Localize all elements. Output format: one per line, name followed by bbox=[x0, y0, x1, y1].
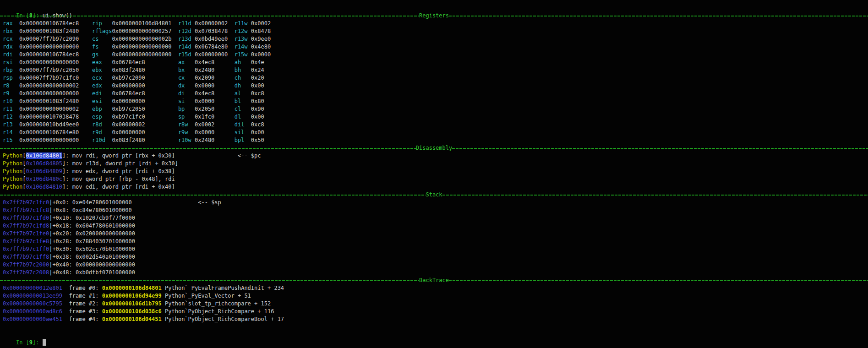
register-name: cx bbox=[178, 74, 195, 82]
register-name: al bbox=[235, 90, 251, 98]
backtrace-row: 0x00000000000c5795frame #2: 0x0000000106… bbox=[0, 300, 868, 308]
register-value: 0x00000000 bbox=[195, 51, 235, 59]
frame-label: frame #3: bbox=[69, 308, 102, 315]
register-value: 0x0000000106784e80 bbox=[19, 129, 92, 136]
register-value: 0x06784ec8 bbox=[112, 59, 178, 66]
register-name: r12d bbox=[178, 27, 195, 35]
instruction-address: 0x106d84810 bbox=[26, 184, 62, 190]
stack-row: 0x7ff7b97c1ff8|+0x38: 0x002d540a01000000 bbox=[0, 253, 868, 261]
stack-address: 0x7ff7b97c1ff0 bbox=[3, 246, 49, 252]
register-value: 0x00000001083f2480 bbox=[19, 98, 92, 105]
register-value: 0x0000 bbox=[251, 51, 271, 58]
frame-label: frame #4: bbox=[69, 316, 102, 322]
stack-value: |+0x0: 0xe04e780601000000 bbox=[49, 199, 132, 206]
register-row: rdx0x0000000000000000fs0x000000000000000… bbox=[0, 43, 868, 51]
bracket: [ bbox=[22, 152, 26, 159]
text-cursor[interactable] bbox=[43, 339, 46, 346]
bracket: [ bbox=[22, 160, 26, 167]
bracket: ]: bbox=[62, 152, 72, 159]
register-row: r140x0000000106784e80r9d0x00000000r9w0x0… bbox=[0, 129, 868, 136]
frame-label: frame #2: bbox=[69, 300, 102, 307]
sp-marker: <-- $sp bbox=[198, 199, 221, 207]
register-name: fs bbox=[92, 43, 112, 51]
register-value: 0x083f2480 bbox=[112, 136, 178, 144]
register-name: r9d bbox=[92, 129, 112, 136]
frame-function: Python`slot_tp_richcompare + 152 bbox=[162, 300, 271, 307]
module-name: Python bbox=[3, 160, 22, 167]
register-name: r14w bbox=[235, 43, 251, 51]
register-value: 0x000000010bd49ee0 bbox=[19, 121, 92, 129]
stack-address: 0x7ff7b97c1fc8 bbox=[3, 207, 49, 213]
prompt-suffix: ]: bbox=[33, 339, 39, 346]
backtrace-row: 0x000000000012e801frame #0: 0x0000000106… bbox=[0, 284, 868, 292]
stack-value: |+0x18: 0x604f780601000000 bbox=[49, 223, 135, 229]
module-name: Python bbox=[3, 184, 22, 190]
frame-address: 0x0000000106d04451 bbox=[102, 316, 162, 322]
register-value: 0x20 bbox=[251, 75, 264, 81]
register-name: dh bbox=[235, 82, 251, 90]
disassembly-rows: Python[0x106d84801]: mov rdi, qword ptr … bbox=[0, 152, 868, 191]
register-name: bx bbox=[178, 66, 195, 74]
register-value: 0x4e80 bbox=[251, 44, 271, 50]
register-name: dil bbox=[235, 121, 251, 129]
frame-address: 0x0000000106d84801 bbox=[102, 285, 162, 291]
module-name: Python bbox=[3, 168, 22, 174]
instruction-address: 0x106d84805 bbox=[26, 160, 62, 167]
register-value: 0x0000000000000000 bbox=[19, 90, 92, 98]
stack-row: 0x7ff7b97c1fe0|+0x20: 0x0200000000000000 bbox=[0, 230, 868, 238]
stack-value: |+0x30: 0x502cc70b01000000 bbox=[49, 246, 135, 252]
register-name: bl bbox=[235, 98, 251, 105]
instruction-text: mov r13d, dword ptr [rdi + 0x30] bbox=[72, 160, 178, 167]
instruction-text: mov edi, dword ptr [rdi + 0x40] bbox=[72, 184, 175, 190]
history-prompt-line: In [8]: ui.show() bbox=[0, 4, 868, 12]
instruction-text: mov edx, dword ptr [rdi + 0x38] bbox=[72, 168, 175, 174]
frame-address: 0x0000000106d038c6 bbox=[102, 308, 162, 315]
blank-line bbox=[0, 323, 868, 331]
frame-return-address: 0x000000000013ee99 bbox=[3, 292, 69, 300]
frame-return-address: 0x00000000000ad8c6 bbox=[3, 308, 69, 315]
registers-separator: Registers bbox=[0, 12, 868, 20]
register-value: 0x0000000000000000 bbox=[112, 43, 178, 51]
backtrace-separator: BackTrace bbox=[0, 277, 868, 284]
register-name: ebx bbox=[92, 66, 112, 74]
register-value: 0x24 bbox=[251, 67, 264, 73]
disassembly-row: Python[0x106d8480c]: mov qword ptr [rbp … bbox=[0, 175, 868, 183]
register-name: ebp bbox=[92, 105, 112, 113]
stack-value: |+0x8: 0xc84e780601000000 bbox=[49, 207, 132, 213]
register-value: 0xc8 bbox=[251, 90, 264, 97]
stack-row: 0x7ff7b97c1fe8|+0x28: 0x7884030701000000 bbox=[0, 238, 868, 245]
register-name: r13w bbox=[235, 35, 251, 43]
frame-address: 0x0000000106d94e99 bbox=[102, 293, 162, 299]
module-name: Python bbox=[3, 152, 22, 159]
register-name: rsp bbox=[3, 74, 19, 82]
stack-separator: Stack bbox=[0, 191, 868, 199]
register-value: 0x00000001083f2480 bbox=[19, 27, 92, 35]
frame-label: frame #1: bbox=[69, 293, 102, 299]
register-name: bh bbox=[235, 66, 251, 74]
register-value: 0x0bd49ee0 bbox=[195, 35, 235, 43]
register-value: 0x0000000106d84801 bbox=[112, 20, 178, 27]
registers-rows: rax0x0000000106784ec8rip0x0000000106d848… bbox=[0, 20, 868, 144]
register-name: esi bbox=[92, 98, 112, 105]
stack-address: 0x7ff7b97c2000 bbox=[3, 261, 49, 268]
prompt-prefix: In [ bbox=[16, 339, 29, 346]
terminal[interactable]: In [8]: ui.show() Registers rax0x0000000… bbox=[0, 0, 868, 348]
register-name: r8 bbox=[3, 82, 19, 90]
stack-row: 0x7ff7b97c1fd8|+0x18: 0x604f780601000000 bbox=[0, 222, 868, 230]
disassembly-row: Python[0x106d84805]: mov r13d, dword ptr… bbox=[0, 160, 868, 168]
register-row: rbp0x00007ff7b97c2050ebx0x083f2480bx0x24… bbox=[0, 66, 868, 74]
stack-value: |+0x48: 0xb0dfbf0701000000 bbox=[49, 269, 135, 276]
stack-row: 0x7ff7b97c2000|+0x40: 0x0000000000000000 bbox=[0, 261, 868, 269]
bracket: [ bbox=[22, 184, 26, 190]
stack-row: 0x7ff7b97c1ff0|+0x30: 0x502cc70b01000000 bbox=[0, 245, 868, 253]
register-name: sp bbox=[178, 113, 195, 121]
register-name: r14 bbox=[3, 129, 19, 136]
stack-address: 0x7ff7b97c1fe0 bbox=[3, 230, 49, 237]
input-prompt-line[interactable]: In [9]: bbox=[0, 331, 868, 339]
register-value: 0x00000002 bbox=[195, 20, 235, 27]
register-name: bpl bbox=[235, 136, 251, 144]
register-name: r12 bbox=[3, 113, 19, 121]
register-value: 0xc8 bbox=[251, 121, 264, 128]
register-value: 0x0000 bbox=[195, 82, 235, 90]
stack-address: 0x7ff7b97c1ff8 bbox=[3, 254, 49, 260]
